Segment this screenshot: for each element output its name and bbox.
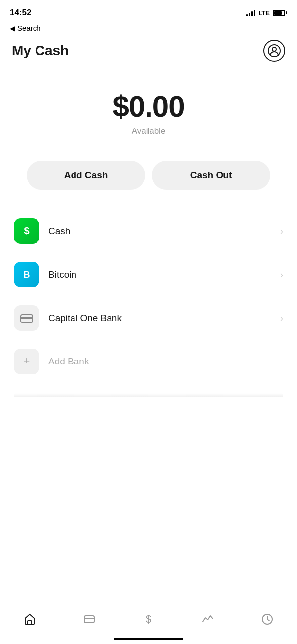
profile-icon <box>268 44 281 57</box>
activity-icon <box>201 613 214 626</box>
nav-item-home[interactable] <box>17 608 42 630</box>
add-plus-icon: + <box>20 355 33 368</box>
signal-bars <box>246 9 255 16</box>
bitcoin-chevron-icon: › <box>280 270 283 280</box>
battery-fill <box>274 11 282 15</box>
list-item-add-bank[interactable]: + Add Bank <box>0 340 297 383</box>
list-item-bitcoin[interactable]: B Bitcoin › <box>0 253 297 296</box>
balance-amount: $0.00 <box>10 89 287 123</box>
svg-text:B: B <box>24 270 30 280</box>
balance-section: $0.00 Available <box>0 70 297 146</box>
add-bank-label: Add Bank <box>48 356 283 367</box>
profile-button[interactable] <box>263 40 285 62</box>
balance-label: Available <box>10 126 287 136</box>
nav-item-clock[interactable] <box>255 608 280 630</box>
nav-item-dollar[interactable]: $ <box>136 608 161 630</box>
card-icon <box>83 613 96 626</box>
bank-chevron-icon: › <box>280 313 283 323</box>
lte-label: LTE <box>258 9 270 17</box>
page-title: My Cash <box>12 43 69 59</box>
svg-text:$: $ <box>146 613 151 625</box>
battery-icon <box>273 10 287 16</box>
list-section: $ Cash › B Bitcoin › Capital One Bank › <box>0 200 297 393</box>
clock-icon <box>261 613 274 626</box>
svg-line-14 <box>267 619 269 621</box>
dollar-icon: $ <box>142 613 155 626</box>
signal-bar-1 <box>246 14 248 16</box>
add-cash-button[interactable]: Add Cash <box>27 161 145 190</box>
svg-rect-5 <box>21 317 33 319</box>
svg-rect-7 <box>28 621 32 624</box>
home-icon <box>23 613 36 626</box>
cash-dollar-icon: $ <box>20 225 33 238</box>
bank-label: Capital One Bank <box>48 313 280 323</box>
signal-bar-2 <box>249 13 250 16</box>
cash-chevron-icon: › <box>280 226 283 237</box>
svg-point-1 <box>272 47 276 51</box>
action-buttons: Add Cash Cash Out <box>0 146 297 200</box>
signal-bar-4 <box>254 10 255 16</box>
status-bar: 14:52 LTE <box>0 0 297 22</box>
header: My Cash <box>0 36 297 70</box>
bitcoin-b-icon: B <box>20 268 33 281</box>
bank-card-icon <box>20 313 34 323</box>
nav-item-activity[interactable] <box>195 608 221 630</box>
cash-out-button[interactable]: Cash Out <box>152 161 270 190</box>
battery-body <box>273 10 285 16</box>
back-nav[interactable]: ◀ Search <box>0 22 297 36</box>
cash-icon-bg: $ <box>14 218 39 244</box>
list-item-cash[interactable]: $ Cash › <box>0 209 297 253</box>
add-bank-icon-bg: + <box>14 349 39 374</box>
battery-tip <box>286 11 287 14</box>
scroll-hint <box>14 393 283 397</box>
back-arrow-icon: ◀ <box>10 24 15 32</box>
status-time: 14:52 <box>10 8 31 18</box>
bitcoin-label: Bitcoin <box>48 269 280 280</box>
home-indicator <box>114 638 183 640</box>
bitcoin-icon-bg: B <box>14 262 39 287</box>
status-right: LTE <box>246 9 287 17</box>
bank-icon-bg <box>14 305 39 331</box>
list-item-bank[interactable]: Capital One Bank › <box>0 296 297 340</box>
svg-text:+: + <box>24 355 30 367</box>
svg-text:$: $ <box>24 225 29 236</box>
nav-item-card[interactable] <box>76 608 102 630</box>
back-label: Search <box>17 24 41 32</box>
svg-rect-10 <box>84 618 94 619</box>
cash-label: Cash <box>48 226 280 237</box>
signal-bar-3 <box>251 11 253 16</box>
